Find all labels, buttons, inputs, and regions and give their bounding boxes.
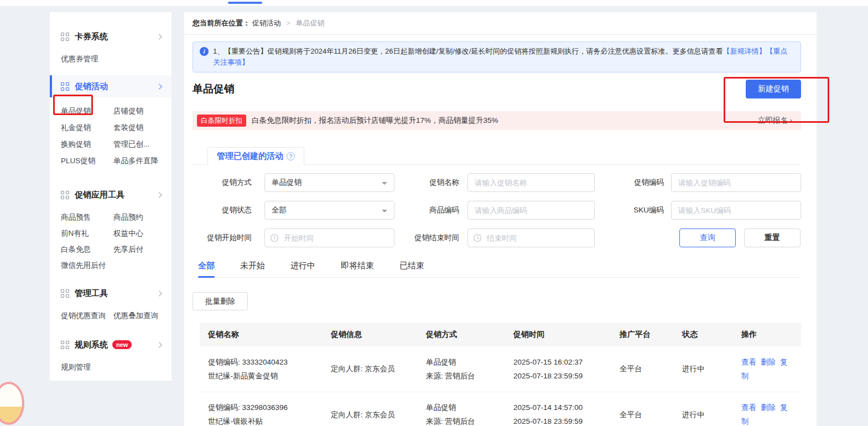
promo-name: 世纪缘-镶嵌补贴	[208, 414, 318, 426]
chevron-right-icon	[157, 33, 164, 40]
sidebar-item-enjoy-first-pay-later[interactable]: 先享后付	[113, 241, 166, 257]
batch-delete-button[interactable]: 批量删除	[193, 292, 248, 310]
promo-source: 来源: 营销后台	[426, 414, 501, 426]
sidebar-item-plus-promo[interactable]: PLUS促销	[61, 153, 113, 169]
sidebar-section-rule-system: 规则系统 new 规则管理	[50, 334, 171, 375]
sidebar-item-wechat-use-first[interactable]: 微信先用后付	[61, 257, 113, 273]
promo-code-input[interactable]	[671, 173, 801, 192]
status-tab-all[interactable]: 全部	[198, 257, 215, 277]
chevron-right-icon	[157, 290, 164, 297]
promo-code: 促销编码: 33298036396	[208, 401, 318, 414]
notice-banner: i 1、【重要公告】促销规则将于2024年11月26日变更，26日起新增创建/复…	[193, 41, 801, 72]
sidebar-section-manage-tools: 管理工具 促销优惠查询 优惠叠加查询	[50, 282, 171, 324]
promo-start-time: 2025-07-15 16:02:37	[513, 355, 607, 369]
notice-text-block: 1、【重要公告】促销规则将于2024年11月26日变更，26日起新增创建/复制/…	[213, 46, 794, 68]
promo-code: 促销编码: 33332040423	[208, 355, 318, 369]
promo-name-input[interactable]	[467, 173, 595, 192]
sidebar-item-trade-in-promo[interactable]: 换购促销	[61, 136, 113, 153]
end-time-label: 促销结束时间	[397, 228, 459, 247]
floating-assistant[interactable]	[0, 382, 24, 425]
sidebar-item-single-item-promo[interactable]: 单品促销	[61, 103, 113, 120]
sidebar-item-rule-manage[interactable]: 规则管理	[61, 359, 166, 375]
end-time-input[interactable]	[467, 228, 595, 247]
promo-name-label: 促销名称	[397, 173, 459, 192]
sidebar-header-promo-tools[interactable]: 促销应用工具	[50, 184, 171, 206]
delete-link[interactable]: 删除	[761, 403, 776, 412]
promotion-table: 促销名称 促销信息 促销方式 促销时间 推广平台 状态 操作 促销编码: 333…	[200, 323, 801, 426]
view-link[interactable]: 查看	[741, 358, 756, 366]
promo-platform: 全平台	[620, 365, 642, 373]
sidebar-item-manage-created[interactable]: 管理已创...	[113, 136, 166, 153]
start-time-input[interactable]	[264, 228, 394, 247]
status-tab-ending-soon[interactable]: 即将结束	[341, 257, 374, 277]
promo-method: 单品促销	[426, 401, 501, 414]
sidebar-item-promo-discount-query[interactable]: 促销优惠查询	[61, 308, 113, 324]
sidebar-item-coupon-manage[interactable]: 优惠券管理	[61, 51, 166, 67]
sidebar-item-baitiao-interest-free[interactable]: 白条免息	[61, 241, 113, 257]
promo-method-value: 单品促销	[272, 178, 302, 186]
sidebar-header-card-system[interactable]: 卡券系统	[50, 25, 171, 48]
sidebar-header-promotion[interactable]: 促销活动	[50, 75, 171, 97]
product-code-input[interactable]	[467, 201, 595, 220]
sidebar-item-suit-promo[interactable]: 套装促销	[113, 120, 166, 136]
promo-method-select[interactable]: 单品促销	[264, 173, 394, 192]
promo-name: 世纪缘-新品黄金促销	[208, 369, 318, 383]
promo-code-label: 促销编码	[602, 173, 664, 192]
promo-badge: 白条限时折扣	[197, 115, 246, 127]
col-header-actions: 操作	[733, 323, 801, 346]
col-header-promo-info: 促销信息	[323, 323, 418, 346]
col-header-promo-method: 促销方式	[418, 323, 505, 346]
signup-now-link[interactable]: 立即报名 ›	[758, 116, 792, 126]
tab-manage-created-activities[interactable]: 管理已创建的活动 ?	[207, 147, 304, 165]
status-tab-not-started[interactable]: 未开始	[240, 257, 265, 277]
promo-status-select[interactable]: 全部	[264, 201, 394, 220]
main-content: i 1、【重要公告】促销规则将于2024年11月26日变更，26日起新增创建/复…	[184, 35, 817, 426]
tab-label: 管理已创建的活动	[217, 151, 283, 162]
sidebar-item-gift-money-promo[interactable]: 礼金促销	[61, 120, 113, 136]
promo-status-label: 促销状态	[193, 201, 252, 220]
status-tab-bar: 全部 未开始 进行中 即将结束 已结束	[193, 257, 801, 278]
chevron-right-icon	[157, 341, 164, 349]
create-promotion-button[interactable]: 新建促销	[746, 80, 801, 98]
help-icon[interactable]: ?	[287, 152, 295, 160]
sidebar-header-manage-tools[interactable]: 管理工具	[50, 282, 171, 304]
delete-link[interactable]: 删除	[761, 358, 776, 366]
table-toolbar: 批量删除	[193, 292, 801, 310]
start-time-label: 促销开始时间	[193, 228, 252, 247]
sidebar-section-promotion: 促销活动 单品促销 店铺促销 礼金促销 套装促销 换购促销 管理已创... PL…	[50, 75, 171, 169]
status-tab-in-progress[interactable]: 进行中	[290, 257, 315, 277]
notice-link-new-rules[interactable]: 【新规详情】	[723, 47, 766, 55]
col-header-status: 状态	[674, 323, 733, 346]
sidebar-item-reservation[interactable]: 商品预约	[113, 209, 166, 225]
product-code-label: 商品编码	[397, 201, 459, 220]
page-title: 单品促销	[193, 82, 235, 96]
promo-banner-text: 白条免息限时折扣，报名活动后预计店铺曝光提升17%，商品销量提升35%	[252, 116, 498, 126]
section-title: 管理工具	[75, 288, 108, 299]
breadcrumb: 您当前所在位置： 促销活动 > 单品促销	[184, 12, 817, 35]
sidebar-header-rule-system[interactable]: 规则系统 new	[50, 334, 171, 356]
sidebar-item-presale[interactable]: 商品预售	[61, 209, 113, 225]
filter-form: 促销方式 单品促销 促销名称 促销编码 促销状态 全部 商品编码 SKU编码 促…	[193, 173, 801, 247]
browser-top-strip	[0, 0, 868, 6]
promo-status-value: 全部	[272, 206, 287, 214]
view-link[interactable]: 查看	[741, 403, 756, 412]
breadcrumb-level1[interactable]: 促销活动	[252, 19, 281, 27]
chevron-right-icon	[157, 191, 164, 199]
sidebar-item-discount-stack-query[interactable]: 优惠叠加查询	[113, 308, 166, 324]
manage-tab-bar: 管理已创建的活动 ?	[193, 147, 801, 165]
page-header: 单品促销 新建促销	[193, 79, 801, 99]
status-badge: 进行中	[682, 365, 705, 373]
table-row: 促销编码: 33298036396世纪缘-镶嵌补贴 定向人群: 京东会员 单品促…	[200, 392, 801, 426]
sidebar-item-multi-piece-discount[interactable]: 单品多件直降	[113, 153, 166, 169]
reset-button[interactable]: 重置	[744, 228, 801, 247]
breadcrumb-current: 单品促销	[295, 19, 324, 27]
status-tab-ended[interactable]: 已结束	[399, 257, 424, 277]
sidebar-item-first-n-gift[interactable]: 前N有礼	[61, 225, 113, 241]
col-header-promo-name: 促销名称	[200, 323, 323, 346]
sidebar-item-benefit-center[interactable]: 权益中心	[113, 225, 166, 241]
notice-text: 1、【重要公告】促销规则将于2024年11月26日变更，26日起新增创建/复制/…	[213, 47, 723, 55]
sidebar-item-shop-promo[interactable]: 店铺促销	[113, 103, 166, 120]
query-button[interactable]: 查询	[679, 228, 736, 247]
sku-code-input[interactable]	[671, 201, 801, 220]
promo-end-time: 2025-07-18 23:59:59	[513, 414, 607, 426]
